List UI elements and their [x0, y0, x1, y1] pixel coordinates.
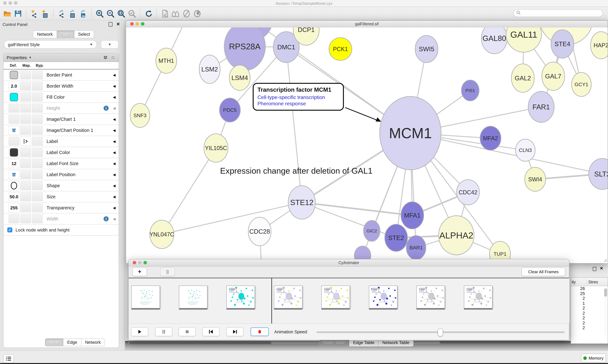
default-value-cell[interactable]: 2.0 [9, 82, 19, 91]
expand-row-icon[interactable]: ◀ [113, 139, 116, 143]
import-table-icon[interactable] [40, 8, 51, 18]
default-value-cell[interactable] [9, 126, 19, 135]
node-gic2[interactable]: GIC2 [363, 221, 380, 241]
record-button[interactable] [250, 327, 269, 336]
table-column-stress[interactable]: Stres [588, 279, 598, 284]
style-options-button[interactable]: ▼ [101, 40, 119, 49]
node-swi5[interactable]: SWI5 [415, 35, 438, 63]
style-selector-dropdown[interactable]: galFiltered Style ▼ [4, 40, 97, 49]
node-mfa1[interactable]: MFA1 [401, 202, 424, 229]
mapping-cell[interactable] [20, 181, 31, 190]
mapping-cell[interactable] [20, 214, 31, 223]
property-row-size[interactable]: 50.0Size◀ [3, 191, 119, 202]
animation-speed-knob[interactable] [438, 328, 443, 337]
node-gal7[interactable]: GAL7 [542, 62, 565, 91]
info-icon[interactable]: i [104, 216, 109, 221]
table-cell[interactable]: 2 [571, 321, 585, 325]
bypass-cell[interactable] [32, 126, 43, 135]
node-swi4[interactable]: SWI4 [525, 167, 546, 191]
default-value-cell[interactable]: 50.0 [9, 192, 19, 201]
expand-row-icon[interactable]: ◀ [113, 117, 116, 121]
table-column-ity[interactable]: ity [571, 279, 585, 284]
node-gal80[interactable]: GAL80 [481, 27, 507, 54]
pause-button[interactable] [155, 327, 172, 336]
mapping-cell[interactable] [20, 126, 31, 135]
table-scrollbar-thumb[interactable] [604, 288, 607, 297]
property-row-width[interactable]: Widthi◀ [3, 213, 119, 224]
previous-frame-button[interactable] [202, 327, 220, 336]
expand-all-icon[interactable] [103, 55, 108, 60]
expand-row-icon[interactable]: ◀ [113, 150, 116, 155]
float-panel-icon[interactable] [593, 267, 596, 271]
node-mcm1[interactable]: MCM1 [380, 96, 441, 170]
expand-row-icon[interactable]: ◀ [113, 206, 116, 210]
tab-node[interactable]: Node [45, 338, 64, 346]
annotation-link[interactable]: Cell-type-specific transcription [257, 95, 339, 100]
tab-select[interactable]: Select [74, 30, 94, 38]
default-value-cell[interactable] [9, 104, 19, 113]
frame-thumbnail-sec-7[interactable] [464, 286, 492, 308]
default-value-cell[interactable] [9, 115, 19, 124]
cyanimator-titlebar[interactable]: CyAnimator [129, 259, 569, 267]
node-cln3[interactable]: CLN3 [515, 139, 535, 161]
node-pck1[interactable]: PCK1 [329, 38, 352, 60]
close-panel-icon[interactable]: ✕ [600, 266, 603, 271]
expand-row-icon[interactable]: ◀ [113, 217, 116, 221]
network-document-icon[interactable] [160, 8, 170, 18]
export-network-icon[interactable] [56, 8, 67, 18]
frame-thumbnail-sec-5[interactable] [369, 286, 397, 308]
table-cell[interactable]: 2 [571, 316, 585, 321]
table-cell[interactable]: 1 [571, 301, 585, 306]
property-row-border-paint[interactable]: Border Paint◀ [3, 70, 119, 81]
bypass-cell[interactable] [32, 148, 43, 157]
play-button[interactable] [131, 327, 148, 336]
default-value-cell[interactable] [9, 170, 19, 179]
mapping-cell[interactable] [20, 203, 31, 212]
timeline-playhead[interactable] [271, 278, 272, 324]
tab-style[interactable]: Style [57, 30, 74, 38]
node-mfa2[interactable]: MFA2 [480, 126, 501, 150]
zoom-fit-icon[interactable] [116, 8, 127, 18]
stop-button[interactable] [179, 327, 196, 336]
network-canvas[interactable]: RPS28ADMC1DCP1PCK1MTH1LSM2LSM4SNF3PDC5YI… [126, 27, 608, 263]
node-ste12[interactable]: STE12 [288, 186, 315, 219]
zoom-selected-icon[interactable] [127, 8, 138, 18]
frame-thumbnail-sec-2[interactable] [226, 286, 255, 308]
bypass-cell[interactable] [32, 115, 43, 124]
bypass-cell[interactable] [32, 137, 43, 146]
horizontal-scrollbar-thumb[interactable] [129, 341, 271, 344]
float-panel-icon[interactable] [109, 22, 112, 26]
clear-all-frames-button[interactable]: Clear All Frames [522, 268, 565, 276]
frame-thumbnail-sec-3[interactable] [274, 286, 303, 308]
open-icon[interactable] [2, 8, 13, 18]
tab-edge[interactable]: Edge [64, 338, 81, 346]
bypass-cell[interactable] [32, 159, 43, 168]
table-cell[interactable]: 2 [571, 311, 585, 316]
delete-frame-button[interactable] [160, 268, 175, 276]
zoom-in-icon[interactable] [94, 8, 105, 18]
default-value-cell[interactable]: 12 [9, 159, 19, 168]
node-cdc28[interactable]: CDC28 [248, 217, 271, 246]
cyanimator-timeline[interactable]: 0123456789Seconds [129, 278, 569, 324]
default-value-cell[interactable] [9, 93, 19, 102]
property-row-height[interactable]: Heighti◀ [3, 103, 119, 114]
node-yil105c[interactable]: YIL105C [204, 134, 228, 162]
network-window-titlebar[interactable]: galFiltered.sif [126, 21, 608, 28]
node-far1[interactable]: FAR1 [528, 91, 554, 122]
bypass-cell[interactable] [32, 192, 43, 201]
expand-row-icon[interactable]: ◀ [113, 95, 116, 99]
table-cell[interactable]: 26 [571, 286, 585, 291]
mapping-cell[interactable] [20, 170, 31, 179]
node-mth1[interactable]: MTH1 [156, 48, 177, 73]
hide-detail-icon[interactable] [181, 8, 192, 18]
property-row-image-chart-1[interactable]: Image/Chart 1◀ [3, 114, 119, 125]
table-cell[interactable]: 2 [571, 325, 585, 330]
lock-size-checkbox[interactable]: ✓ [7, 227, 12, 233]
save-icon[interactable] [13, 8, 23, 18]
table-cell[interactable]: 2 [571, 306, 585, 311]
expand-row-icon[interactable]: ◀ [113, 161, 116, 166]
node-ste2[interactable]: STE2 [385, 224, 408, 251]
expand-row-icon[interactable]: ◀ [113, 73, 116, 77]
properties-header[interactable]: Properties ▼ [3, 53, 119, 62]
bypass-cell[interactable] [32, 181, 43, 190]
